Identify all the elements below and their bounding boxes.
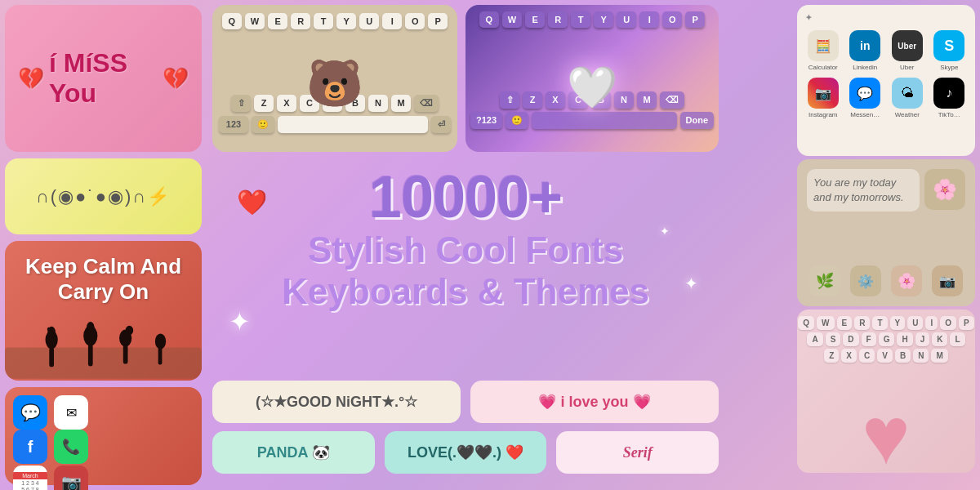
key-o: O [405,13,425,29]
gk-e: E [525,11,545,28]
key-space [278,116,428,133]
hk-x: X [841,349,857,363]
key-123: 123 [219,116,248,133]
ios-app-uber: Uber Uber [889,30,925,71]
hk-f: F [862,332,876,346]
skype-label: Skype [940,64,958,71]
keep-calm-title: Keep Calm AndCarry On [18,254,189,305]
instagram-app-icon: 📷 [808,78,839,109]
ios-quote-text: You are my todayand my tomorrows. [813,176,913,205]
whatsapp-icon: 📞 [54,430,88,464]
ios-flower-icon: 🌸 [924,169,965,210]
badge-good-night: (☆★GOOD NiGHT★.°☆ [212,381,461,423]
ios-app-instagram: 📷 Instagram [805,78,841,118]
key-i: I [382,13,402,29]
ios-app-skype: S Skype [932,30,968,71]
key-e: E [268,13,287,29]
gk-y: Y [594,11,613,28]
ios-mid-icon-1: 🌿 [809,265,840,296]
svg-rect-10 [123,345,128,364]
ios-screen-top: ✦ 🧮 Calculator in Linkedin Uber Uber S S… [797,5,975,156]
gk-emoji: 🙂 [506,112,528,129]
ios-mid-top: You are my todayand my tomorrows. 🌸 [807,169,965,212]
ios-app-tiktok: ♪ TikTo… [932,78,968,118]
sparkle-top-right: ✦ [660,225,670,238]
svg-rect-13 [158,348,163,365]
gk-x: X [546,91,565,109]
weather-app-icon: 🌤 [892,78,923,109]
gk-p: P [685,11,705,28]
gk-o: O [662,11,682,28]
badge-panda: PANDA 🐼 [212,431,375,474]
galaxy-heart-space: 🤍 [470,31,714,88]
hk-g: G [879,332,895,346]
font-row-1: (☆★GOOD NiGHT★.°☆ 💗 i lоve yоu 💗 [212,381,719,423]
key-w: W [245,13,265,29]
ios-mid-app-3: 🌸 [889,265,924,296]
hk-o: O [940,316,956,330]
hk-s: S [826,332,841,346]
gk-z: Z [523,91,542,109]
hk-rows: Q W E R T Y U I O P A S D F G H [802,316,970,365]
badge-love-you: 💗 i lоve yоu 💗 [470,381,719,423]
miss-you-text: 💔 í MíSS You 💔 [18,48,189,109]
sparkle-left: ✦ [229,306,251,337]
key-backspace: ⌫ [414,95,439,112]
svg-point-12 [155,333,166,349]
hk-a: A [807,332,822,346]
galaxy-keyboard: Q W E R T Y U I O P 🤍 ⇧ Z X C B N M ⌫ ?1… [466,5,719,152]
hk-p: P [959,316,974,330]
svg-rect-2 [49,348,54,368]
key-t: T [314,13,333,29]
main-subtitle: Stylish Cool Fonts Keyboards & Themes [282,229,649,312]
ios-mid-app-1: 🌿 [807,265,843,296]
key-return: ⏎ [431,116,451,133]
key-m: M [391,95,411,112]
hk-j: J [915,332,930,346]
hk-row-3: Z X C V B N M [802,349,970,363]
right-column: ✦ 🧮 Calculator in Linkedin Uber Uber S S… [792,0,980,490]
svg-rect-6 [88,345,93,367]
miss-you-card: 💔 í MíSS You 💔 [5,5,202,152]
hk-e: E [837,316,853,330]
gk-123: ?123 [470,112,502,129]
key-q: Q [222,13,242,29]
ios-mid-app-4: 📷 [929,265,965,296]
ios-app-grid-top: 🧮 Calculator in Linkedin Uber Uber S Sky… [805,30,967,118]
hk-n: N [913,349,929,363]
ios-screen-mid: You are my todayand my tomorrows. 🌸 🌿 ⚙️… [797,159,975,306]
hk-q: Q [798,316,814,330]
ios-app-weather: 🌤 Weather [889,78,925,118]
center-heart-decoration: ❤️ [237,188,267,216]
hk-c: C [859,349,875,363]
key-z: Z [254,95,274,112]
ios-mid-icon-3: 🌸 [891,265,922,296]
calculator-app-icon: 🧮 [808,30,839,61]
hk-z: Z [824,349,839,363]
hk-i: I [925,316,938,330]
ios-mid-icon-2: ⚙️ [850,265,881,296]
ios-mid-app-2: ⚙️ [848,265,884,296]
messenger-app-icon: 💬 [849,78,880,109]
gk-m: M [637,91,657,109]
tiktok-app-icon: ♪ [933,78,964,109]
key-n: N [368,95,388,112]
ios-app-grid-mid: 🌿 ⚙️ 🌸 📷 [807,265,965,296]
key-u: U [359,13,379,29]
bear-space: 🐻 [219,33,451,91]
ios-app-calculator: 🧮 Calculator [805,30,841,71]
kb-row-4: 123 🙂 ⏎ [219,116,451,133]
badge-love2: LOVE(.🖤🖤.) ❤️ [385,431,547,474]
gk-done: Done [680,112,715,129]
hk-r: R [854,316,870,330]
key-p: P [428,13,448,29]
svg-rect-0 [5,348,202,379]
hk-l: L [950,332,964,346]
hk-k: K [932,332,947,346]
gk-space [532,112,676,129]
bear-emoji: 🐻 [306,56,363,110]
font-samples: (☆★GOOD NiGHT★.°☆ 💗 i lоve yоu 💗 PANDA 🐼… [212,381,719,474]
emoji-card: ∩(◉●˙●◉)∩⚡ [5,158,202,234]
uber-label: Uber [900,64,914,71]
ios-top-label: ✦ [805,13,812,22]
